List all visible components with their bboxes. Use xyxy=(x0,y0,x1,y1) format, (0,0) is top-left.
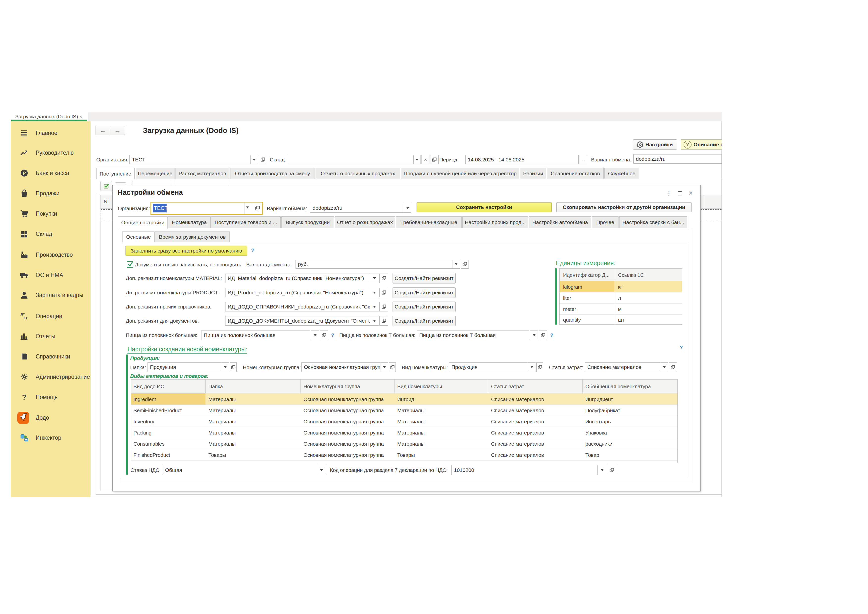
svg-text:?: ? xyxy=(22,393,26,401)
svg-text:Р: Р xyxy=(23,171,26,176)
svg-text:Кт: Кт xyxy=(23,316,28,320)
svg-text:Дт: Дт xyxy=(20,312,25,316)
